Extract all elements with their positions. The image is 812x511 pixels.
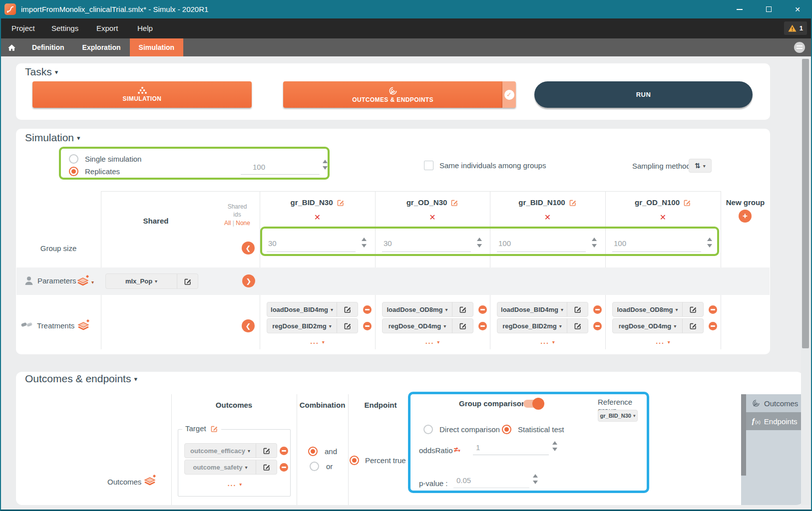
edit-group-icon[interactable] — [683, 199, 691, 207]
remove-outcome-button[interactable] — [280, 463, 288, 472]
group-size-input[interactable]: 30 — [267, 235, 356, 252]
remove-treatment-button[interactable] — [709, 305, 717, 314]
treatment-dropdown[interactable]: regDose_OD4mg▾ — [612, 318, 704, 333]
group-size-input[interactable]: 100 — [497, 235, 586, 252]
direct-comparison-radio[interactable] — [423, 425, 433, 434]
replicates-input[interactable]: 100 — [241, 160, 320, 175]
tasks-heading[interactable]: Tasks▾ — [25, 66, 58, 78]
menu-settings[interactable]: Settings — [51, 18, 78, 38]
comments-icon[interactable] — [794, 42, 805, 53]
treatment-dropdown[interactable]: loadDose_BID4mg▾ — [267, 302, 358, 317]
tab-exploration[interactable]: Exploration — [73, 38, 130, 56]
more-treatments-button[interactable]: ... ▾ — [605, 337, 721, 345]
same-individuals-checkbox[interactable] — [424, 161, 433, 170]
group-size-stepper[interactable] — [362, 238, 368, 248]
menu-help[interactable]: Help — [137, 18, 153, 38]
treatment-dropdown[interactable]: regDose_OD4mg▾ — [382, 318, 473, 333]
treatment-dropdown[interactable]: regDose_BID2mg▾ — [497, 318, 588, 333]
remove-treatment-button[interactable] — [363, 305, 372, 314]
outcomes-heading[interactable]: Outcomes & endpoints▾ — [25, 373, 137, 385]
more-treatments-button[interactable]: ... ▾ — [490, 337, 605, 345]
remove-treatment-button[interactable] — [478, 305, 487, 314]
edit-parameter-button[interactable] — [177, 274, 198, 288]
sidebar-tab-outcomes[interactable]: Outcomes — [746, 394, 805, 412]
group-size-input[interactable]: 100 — [612, 235, 701, 252]
outcome-dropdown[interactable]: outcome_safety▾ — [184, 460, 277, 475]
outcome-dropdown[interactable]: outcome_efficacy▾ — [184, 443, 277, 458]
odds-ratio-stepper[interactable] — [552, 441, 558, 451]
tab-definition[interactable]: Definition — [23, 38, 73, 56]
odds-ratio-operator[interactable]: ≠▾ — [454, 445, 460, 454]
or-radio[interactable] — [310, 462, 319, 471]
outcomes-task-button[interactable]: OUTCOMES & ENDPOINTS — [283, 81, 502, 108]
share-treatments-button[interactable]: ❮ — [242, 319, 255, 332]
group-size-stepper[interactable] — [707, 238, 713, 248]
menu-project[interactable]: Project — [11, 18, 35, 38]
remove-treatment-button[interactable] — [363, 322, 372, 330]
add-treatments-layers-icon[interactable] — [77, 319, 90, 331]
edit-treatment-button[interactable] — [337, 302, 358, 316]
treatment-dropdown[interactable]: regDose_BID2mg▾ — [267, 318, 358, 333]
remove-treatment-button[interactable] — [593, 322, 602, 330]
edit-outcome-button[interactable] — [256, 460, 277, 474]
delete-group-icon[interactable]: ✕ — [260, 213, 375, 222]
treatment-dropdown[interactable]: loadDose_BID4mg▾ — [497, 302, 588, 317]
treatment-dropdown[interactable]: loadDose_OD8mg▾ — [612, 302, 704, 317]
edit-outcome-button[interactable] — [256, 444, 277, 458]
menu-export[interactable]: Export — [96, 18, 118, 38]
shared-parameter-dropdown[interactable]: mlx_Pop▾ — [105, 273, 198, 289]
new-group-add-button[interactable]: + — [739, 210, 752, 223]
group-size-stepper[interactable] — [477, 238, 483, 248]
replicates-radio[interactable] — [69, 167, 78, 176]
reference-group-dropdown[interactable]: gr_BID_N30▾ — [598, 410, 638, 422]
remove-outcome-button[interactable] — [280, 447, 288, 455]
simulation-heading[interactable]: Simulation▾ — [25, 132, 80, 144]
group-comparison-toggle[interactable] — [523, 400, 542, 408]
edit-treatment-button[interactable] — [567, 302, 588, 316]
edit-treatment-button[interactable] — [682, 319, 703, 333]
shared-ids-none-link[interactable]: None — [236, 220, 250, 227]
edit-group-icon[interactable] — [337, 199, 345, 207]
sampling-method-button[interactable]: ⇅ ▾ — [689, 159, 712, 173]
and-radio[interactable] — [308, 447, 318, 456]
more-treatments-button[interactable]: ... ▾ — [375, 337, 490, 345]
close-button[interactable]: ✕ — [783, 0, 812, 18]
warning-badge[interactable]: 1 — [784, 21, 807, 35]
group-size-stepper[interactable] — [592, 238, 598, 248]
odds-ratio-input[interactable]: 1 — [473, 440, 549, 455]
unshare-parameters-button[interactable]: ❯ — [242, 274, 255, 287]
remove-treatment-button[interactable] — [478, 322, 487, 330]
replicates-stepper[interactable] — [323, 160, 329, 170]
edit-target-icon[interactable] — [210, 425, 218, 433]
share-group-size-button[interactable]: ❮ — [242, 242, 255, 255]
sidebar-tab-endpoints[interactable]: ƒ(x) Endpoints — [746, 412, 805, 430]
add-parameters-layers-icon[interactable] — [76, 275, 89, 287]
p-value-input[interactable]: 0.05 — [453, 473, 529, 488]
remove-treatment-button[interactable] — [593, 305, 602, 314]
maximize-button[interactable] — [754, 0, 783, 18]
minimize-button[interactable] — [725, 0, 754, 18]
shared-ids-all-link[interactable]: All — [224, 220, 231, 227]
edit-group-icon[interactable] — [569, 199, 577, 207]
remove-treatment-button[interactable] — [709, 322, 717, 330]
home-tab[interactable] — [0, 38, 23, 56]
delete-group-icon[interactable]: ✕ — [375, 213, 490, 222]
delete-group-icon[interactable]: ✕ — [605, 213, 721, 222]
scrollbar-thumb[interactable] — [802, 59, 809, 348]
run-button[interactable]: RUN — [534, 81, 753, 108]
single-simulation-radio[interactable] — [69, 154, 78, 164]
tab-simulation[interactable]: Simulation — [130, 38, 184, 56]
p-value-stepper[interactable] — [533, 474, 539, 484]
edit-treatment-button[interactable] — [452, 319, 473, 333]
edit-treatment-button[interactable] — [337, 319, 358, 333]
simulation-task-button[interactable]: SIMULATION — [32, 81, 252, 108]
edit-group-icon[interactable] — [450, 199, 458, 207]
add-outcome-layers-icon[interactable] — [143, 475, 156, 487]
more-outcomes-button[interactable]: ... ▾ — [178, 480, 291, 488]
delete-group-icon[interactable]: ✕ — [490, 213, 605, 222]
statistical-test-radio[interactable] — [502, 425, 511, 434]
edit-treatment-button[interactable] — [682, 302, 703, 316]
more-treatments-button[interactable]: ... ▾ — [260, 337, 375, 345]
percent-true-radio[interactable] — [350, 456, 359, 465]
edit-treatment-button[interactable] — [452, 302, 473, 316]
